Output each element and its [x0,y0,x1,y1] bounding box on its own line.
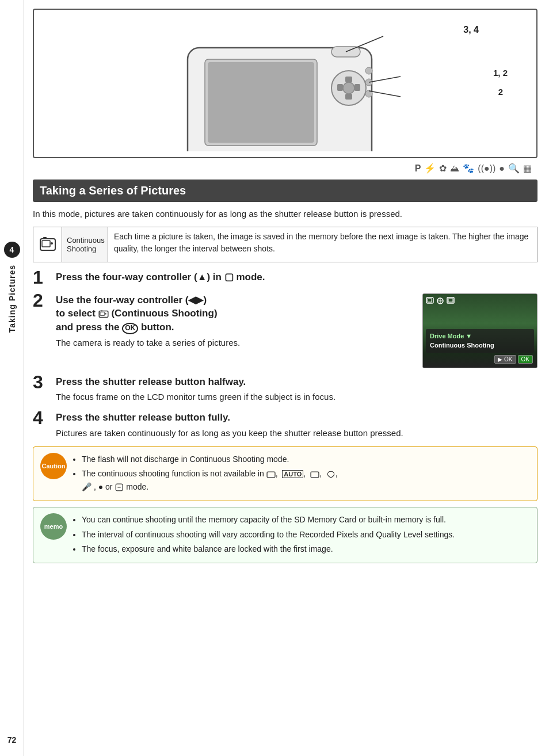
label-34: 3, 4 [463,25,479,35]
table-desc: Each time a picture is taken, the image … [108,227,537,262]
inline-icon [98,310,109,318]
caution-list: The flash will not discharge in Continuo… [74,453,338,493]
step-2-text: Use the four-way controller (◀▶) to sele… [56,293,414,368]
memo-label: memo [44,523,63,530]
mode-p: P [415,163,421,174]
svg-rect-19 [43,237,47,239]
auto-badge: AUTO [282,470,303,478]
label-12: 1, 2 [493,68,508,78]
svg-rect-32 [311,472,319,478]
ok-buttons-row: ▶ OK OK [426,354,534,365]
svg-point-10 [365,67,372,74]
step-3-title: Press the shutter release button halfway… [56,375,537,389]
mode-icons-row: P ⚡ ✿ ⛰ 🐾 ((●)) ● 🔍 ▦ [33,163,537,174]
memo-item-3: The focus, exposure and white balance ar… [82,543,455,555]
mode-flash: ⚡ [424,163,436,174]
sidebar: 4 Taking Pictures 72 [0,0,24,756]
ok-btn-1: ▶ OK [494,355,516,364]
section-header: Taking a Series of Pictures [33,180,537,202]
step-1-content: Press the four-way controller (▲) in ▢ m… [56,270,537,287]
caution-item-1: The flash will not discharge in Continuo… [82,453,338,465]
svg-rect-5 [345,77,352,82]
svg-rect-23 [101,310,102,311]
mode-flower: ✿ [439,163,447,174]
drive-mode-value: Continuous Shooting [430,341,530,350]
info-table: Continuous Shooting Each time a picture … [33,227,537,262]
screen-icon-2 [436,297,444,305]
memo-item-1: You can continue shooting until the memo… [82,513,455,526]
svg-rect-8 [354,84,360,91]
svg-rect-17 [42,240,50,247]
ok-indicator: OK [122,323,138,334]
step-3-content: Press the shutter release button halfway… [56,375,537,404]
step-4-content: Press the shutter release button fully. … [56,411,537,440]
step-2-desc: The camera is ready to take a series of … [56,337,414,350]
svg-point-4 [343,82,354,94]
svg-rect-6 [345,94,352,100]
drive-mode-screenshot: Drive Mode ▼ Continuous Shooting ▶ OK OK [422,293,537,368]
intro-text: In this mode, pictures are taken continu… [33,208,537,221]
mode-zoom: 🔍 [508,163,520,174]
or-text: or [105,482,112,491]
screen-icon-1 [426,297,434,305]
step-3-number: 3 [33,373,56,391]
step-4-number: 4 [33,408,56,427]
mode-dot: ● [499,163,505,174]
svg-rect-21 [100,312,105,315]
camera-illustration [142,19,429,151]
ok-btn-2: OK [518,355,533,364]
caution-label: Caution [42,463,66,470]
memo-box: memo You can continue shooting until the… [33,507,537,563]
section-title: Taking a Series of Pictures [40,184,186,197]
step-1: 1 Press the four-way controller (▲) in ▢… [33,270,537,287]
step-2-inner: Use the four-way controller (◀▶) to sele… [56,293,537,368]
chapter-label: Taking Pictures [7,265,17,333]
memo-icon: memo [40,513,67,540]
main-content: 3, 4 1, 2 2 P ⚡ ✿ ⛰ 🐾 ((●)) ● 🔍 ▦ Taking… [24,0,549,756]
camera-diagram: 3, 4 1, 2 2 [33,9,537,158]
step-2-title: Use the four-way controller (◀▶) to sele… [56,293,414,334]
screen-icon-3 [447,297,455,305]
table-label: Continuous Shooting [62,227,108,262]
chapter-number: 4 [4,242,20,258]
inline-icon-2 [266,471,276,478]
inline-icon-5 [115,483,124,492]
caution-icon: Caution [40,453,67,479]
mode-vibration: ((●)) [478,163,495,174]
svg-rect-7 [337,84,343,91]
svg-line-15 [369,91,401,97]
camera-svg-area: 3, 4 1, 2 2 [45,19,525,151]
memo-list: You can continue shooting until the memo… [74,513,455,555]
step-2-content: Use the four-way controller (◀▶) to sele… [56,293,537,368]
caution-text: The flash will not discharge in Continuo… [74,453,338,495]
svg-line-14 [369,77,401,82]
step-4-title: Press the shutter release button fully. [56,411,537,425]
step-3-desc: The focus frame on the LCD monitor turns… [56,391,537,404]
caution-box: Caution The flash will not discharge in … [33,446,537,501]
step-4: 4 Press the shutter release button fully… [33,411,537,440]
screen-icons [426,297,534,305]
step-1-number: 1 [33,268,56,287]
step-4-desc: Pictures are taken continuously for as l… [56,427,537,440]
svg-point-22 [105,313,106,314]
step-2-number: 2 [33,291,56,310]
mode-landscape: ⛰ [450,163,459,174]
memo-text: You can continue shooting until the memo… [74,513,455,557]
caution-item-2: The continuous shooting function is not … [82,467,338,493]
table-icon [33,227,62,262]
mode-grid: ▦ [523,163,532,174]
memo-item-2: The interval of continuous shooting will… [82,528,455,541]
svg-rect-25 [428,299,432,302]
label-2: 2 [498,87,503,97]
drive-mode-overlay: Drive Mode ▼ Continuous Shooting [426,329,534,353]
inline-icon-4 [326,470,336,479]
mode-pet: 🐾 [463,163,474,174]
svg-rect-30 [448,299,453,302]
step-1-title: Press the four-way controller (▲) in ▢ m… [56,270,537,284]
continuous-shooting-icon [39,236,56,253]
page-number: 72 [7,735,17,744]
svg-rect-31 [267,472,275,478]
step-2: 2 Use the four-way controller (◀▶) to se… [33,293,537,368]
svg-point-18 [51,242,53,245]
step-3: 3 Press the shutter release button halfw… [33,375,537,404]
